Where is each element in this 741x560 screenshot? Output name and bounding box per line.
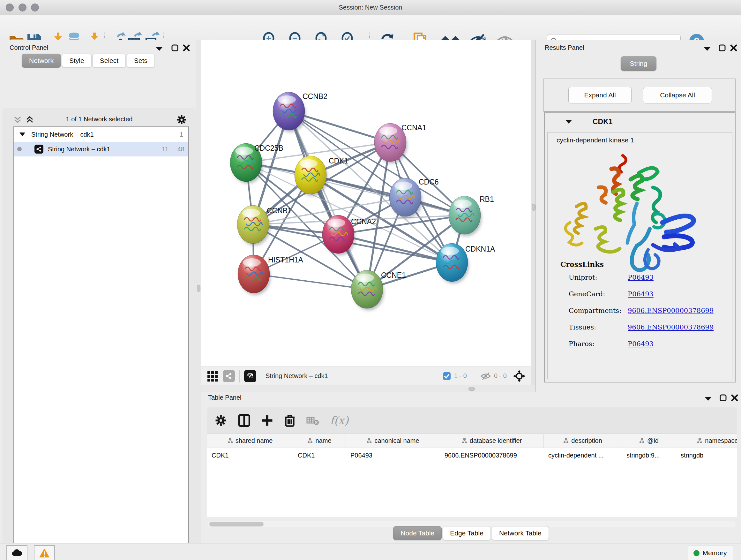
network-node-ccne1[interactable]: CCNE1 <box>351 270 406 310</box>
node-details-content: cyclin-dependent kinase 1 <box>547 132 732 379</box>
string-network-icon <box>35 145 44 153</box>
table-options-gear-icon[interactable] <box>214 414 227 427</box>
column-header-database-identifier[interactable]: database identifier <box>440 434 544 448</box>
add-column-icon[interactable] <box>261 415 273 427</box>
crosslink-label: Uniprot: <box>569 273 597 281</box>
control-panel: Control Panel Network Style Select Sets … <box>0 40 201 543</box>
table-cell: P06493 <box>346 452 440 459</box>
delete-table-icon <box>307 415 319 426</box>
node-label: CCNB1 <box>267 206 292 215</box>
panel-maximize-icon[interactable] <box>719 394 727 401</box>
grid-view-icon[interactable] <box>207 370 219 382</box>
network-node-cdkn1a[interactable]: CDKN1A <box>436 243 495 284</box>
current-network-title: String Network – cdk1 <box>266 372 328 380</box>
panel-float-icon[interactable] <box>704 47 711 51</box>
panel-close-icon[interactable] <box>731 394 738 401</box>
network-options-gear-icon[interactable] <box>176 114 187 125</box>
panel-float-icon[interactable] <box>704 396 712 401</box>
panel-maximize-icon[interactable] <box>171 44 179 52</box>
crosslink-row: Pharos:P06493 <box>569 340 726 353</box>
crosslink-link[interactable]: 9606.ENSP00000378699 <box>628 323 714 331</box>
network-selection-status: 1 of 1 Network selected <box>9 116 190 123</box>
edge-count: 48 <box>178 145 185 153</box>
network-node-cdc25b[interactable]: CDC25B <box>230 143 283 184</box>
network-canvas[interactable]: CCNB2CCNA1CDC25BCDK1CDC6RB1CCNB1CCNA2CDK… <box>201 40 531 367</box>
cloud-status-button[interactable] <box>6 545 27 560</box>
expand-all-button[interactable]: Expand All <box>568 87 631 104</box>
network-label: String Network – cdk1 <box>48 145 111 153</box>
column-type-icon <box>563 438 569 443</box>
node-table[interactable]: shared namenamecanonical namedatabase id… <box>207 434 737 517</box>
warning-icon <box>39 548 50 558</box>
string-view-icon[interactable] <box>223 370 235 382</box>
column-header-shared-name[interactable]: shared name <box>207 434 293 448</box>
crosslink-link[interactable]: P06493 <box>628 290 654 298</box>
tab-string[interactable]: String <box>621 56 657 71</box>
table-cell: stringdb <box>676 452 737 459</box>
network-node-rb1[interactable]: RB1 <box>449 195 494 236</box>
collapse-all-button[interactable]: Collapse All <box>643 87 712 104</box>
panel-maximize-icon[interactable] <box>718 44 726 52</box>
show-columns-icon[interactable] <box>238 414 250 427</box>
node-label: CDKN1A <box>465 245 495 253</box>
node-details-box: CDK1 cyclin-dependent kinase 1 <box>544 112 736 382</box>
scrollbar-thumb[interactable] <box>209 522 264 526</box>
hidden-count: 0 - 0 <box>494 372 507 380</box>
tab-sets[interactable]: Sets <box>127 54 155 68</box>
table-row[interactable]: CDK1CDK1P064939606.ENSP00000378699cyclin… <box>207 448 737 462</box>
network-current-dot <box>17 147 22 151</box>
crosslink-label: GeneCard: <box>569 290 605 298</box>
network-node-ccna1[interactable]: CCNA1 <box>374 123 426 164</box>
detach-view-icon[interactable] <box>244 370 256 382</box>
table-toolbar: f(x) <box>207 408 737 434</box>
tab-network[interactable]: Network <box>22 54 61 68</box>
network-collection-row[interactable]: String Network – cdk1 1 <box>14 127 188 142</box>
delete-column-icon[interactable] <box>284 414 295 427</box>
network-node-ccnb1[interactable]: CCNB1 <box>237 205 292 246</box>
tab-node-table[interactable]: Node Table <box>393 526 442 540</box>
node-details-header[interactable]: CDK1 <box>545 113 735 131</box>
cloud-icon <box>11 549 23 557</box>
birdseye-crosshair-icon[interactable] <box>513 369 526 383</box>
selected-count: 1 - 0 <box>454 372 467 380</box>
network-node-hist1h1a[interactable]: HIST1H1A <box>238 255 304 295</box>
node-label: CDK1 <box>329 157 348 165</box>
network-node-cdc6[interactable]: CDC6 <box>389 178 439 219</box>
network-row-selected[interactable]: String Network – cdk1 11 48 <box>14 142 188 157</box>
network-edge <box>254 274 367 289</box>
crosslink-link[interactable]: P06493 <box>628 273 654 281</box>
column-header-namespace[interactable]: namespace <box>676 434 737 448</box>
tab-edge-table[interactable]: Edge Table <box>443 526 491 540</box>
section-collapse-icon[interactable] <box>565 119 572 124</box>
tab-style[interactable]: Style <box>62 54 91 68</box>
title-bar: Session: New Session <box>0 0 741 15</box>
control-panel-splitter[interactable] <box>196 40 201 543</box>
network-node-cdk1[interactable]: CDK1 <box>294 156 348 196</box>
network-node-ccnb2[interactable]: CCNB2 <box>273 92 327 132</box>
node-title: CDK1 <box>593 118 613 126</box>
column-header-name[interactable]: name <box>293 434 346 448</box>
column-header-canonical-name[interactable]: canonical name <box>346 434 440 448</box>
crosslink-label: Tissues: <box>569 323 596 331</box>
control-panel-title: Control Panel <box>10 44 48 51</box>
panel-float-icon[interactable] <box>156 47 163 51</box>
network-graph[interactable]: CCNB2CCNA1CDC25BCDK1CDC6RB1CCNB1CCNA2CDK… <box>201 40 531 367</box>
warnings-button[interactable] <box>34 545 55 560</box>
tab-network-table[interactable]: Network Table <box>492 526 549 540</box>
selected-checkbox-icon[interactable] <box>443 372 451 380</box>
network-node-ccna2[interactable]: CCNA2 <box>322 215 376 255</box>
crosslink-link[interactable]: 9606.ENSP00000378699 <box>628 307 714 314</box>
crosslinks-title: CrossLinks <box>560 260 604 268</box>
panel-close-icon[interactable] <box>183 44 190 52</box>
tab-select[interactable]: Select <box>92 54 126 68</box>
crosslink-link[interactable]: P06493 <box>628 340 654 348</box>
column-header-@id[interactable]: @id <box>622 434 676 448</box>
column-header-description[interactable]: description <box>544 434 622 448</box>
table-header-row: shared namenamecanonical namedatabase id… <box>207 434 737 448</box>
tree-expand-icon[interactable] <box>19 132 25 137</box>
memory-button[interactable]: Memory <box>687 546 733 560</box>
node-label: HIST1H1A <box>268 256 304 264</box>
results-actions-box: Expand All Collapse All <box>543 78 736 112</box>
memory-status-dot <box>693 550 699 556</box>
panel-close-icon[interactable] <box>730 44 738 52</box>
